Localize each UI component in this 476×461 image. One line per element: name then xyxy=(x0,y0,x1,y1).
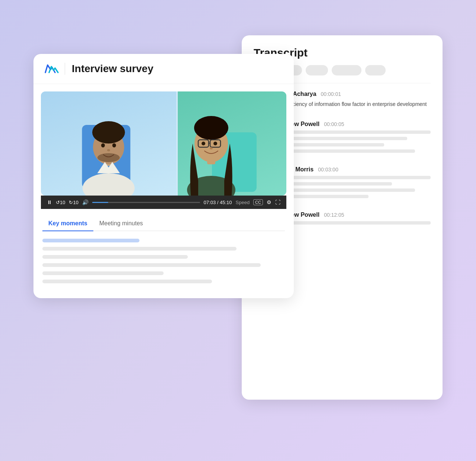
svg-point-5 xyxy=(112,144,116,148)
timestamp-matthew1: 00:00:05 xyxy=(324,121,344,127)
skeleton-bar-highlight xyxy=(42,239,139,242)
left-panel: Interview survey xyxy=(33,54,294,298)
svg-point-15 xyxy=(202,142,205,145)
skeleton-m2-1 xyxy=(275,221,431,225)
entry-content-sonia: Sonia Acharya 00:00:01 The efficiency of… xyxy=(275,91,431,110)
settings-button[interactable]: ⚙ xyxy=(267,199,271,205)
page-title: Interview survey xyxy=(72,63,153,75)
video-person-left xyxy=(41,91,176,196)
timestamp-sonia: 00:00:01 xyxy=(321,91,341,97)
app-header: Interview survey xyxy=(33,54,294,84)
entry-content-matthew2: Matthew Powell 00:12:05 xyxy=(275,212,431,228)
svg-point-4 xyxy=(101,144,105,148)
speed-label[interactable]: Speed xyxy=(236,200,250,205)
entry-content-matthew1: Matthew Powell 00:00:05 xyxy=(275,121,431,156)
svg-point-7 xyxy=(97,153,120,162)
tab-key-moments[interactable]: Key moments xyxy=(42,216,93,230)
svg-point-11 xyxy=(194,116,228,140)
header-divider xyxy=(65,63,65,75)
forward-button[interactable]: ↻10 xyxy=(69,200,78,205)
entry-header-matthew2: Matthew Powell 00:12:05 xyxy=(275,212,431,218)
skeleton-bar-5 xyxy=(42,280,212,283)
time-display: 07:03 / 45:10 xyxy=(204,200,232,205)
rewind-button[interactable]: ↺10 xyxy=(56,200,65,205)
svg-point-0 xyxy=(83,173,135,196)
volume-button[interactable]: 🔊 xyxy=(82,199,89,205)
svg-point-16 xyxy=(213,142,217,145)
tabs-section: Key moments Meeting minutes xyxy=(33,209,294,231)
entry-header-sonia: Sonia Acharya 00:00:01 xyxy=(275,91,431,97)
skeleton-m1-2 xyxy=(275,137,407,140)
svg-point-17 xyxy=(210,147,213,149)
skeleton-bar-3 xyxy=(42,263,261,267)
skeleton-j-1 xyxy=(275,176,431,179)
person-avatar-right xyxy=(178,99,245,196)
timestamp-matthew2: 00:12:05 xyxy=(324,212,344,218)
fullscreen-button[interactable]: ⛶ xyxy=(275,199,280,205)
skeleton-bar-4 xyxy=(42,271,164,275)
entry-text-sonia: The efficiency of information flow facto… xyxy=(275,100,431,108)
video-player-area xyxy=(41,91,286,196)
skeleton-m1-1 xyxy=(275,130,431,134)
progress-bar[interactable] xyxy=(92,202,200,203)
person-avatar-left xyxy=(71,99,146,196)
skeleton-bar-2 xyxy=(42,255,188,259)
timestamp-james: 00:03:00 xyxy=(318,167,338,173)
svg-point-3 xyxy=(92,121,125,144)
entry-header-matthew1: Matthew Powell 00:00:05 xyxy=(275,121,431,128)
tag-3[interactable] xyxy=(306,65,328,75)
tag-5[interactable] xyxy=(365,65,386,75)
tabs-row: Key moments Meeting minutes xyxy=(42,216,285,231)
skeleton-j-3 xyxy=(275,188,415,192)
video-controls-bar[interactable]: ⏸ ↺10 ↻10 🔊 07:03 / 45:10 Speed CC ⚙ ⛶ xyxy=(41,196,286,209)
cc-button[interactable]: CC xyxy=(253,199,263,205)
tag-4[interactable] xyxy=(332,65,361,75)
entry-content-james: James Morris 00:03:00 xyxy=(275,166,431,201)
tab-meeting-minutes[interactable]: Meeting minutes xyxy=(93,216,149,230)
pause-button[interactable]: ⏸ xyxy=(47,199,52,205)
key-moments-content xyxy=(33,239,294,298)
video-person-right xyxy=(178,91,286,196)
svg-point-6 xyxy=(107,149,110,151)
entry-header-james: James Morris 00:03:00 xyxy=(275,166,431,173)
app-logo xyxy=(44,62,60,75)
progress-fill xyxy=(92,202,108,203)
skeleton-bar-1 xyxy=(42,247,237,251)
skeleton-m1-4 xyxy=(275,149,415,153)
